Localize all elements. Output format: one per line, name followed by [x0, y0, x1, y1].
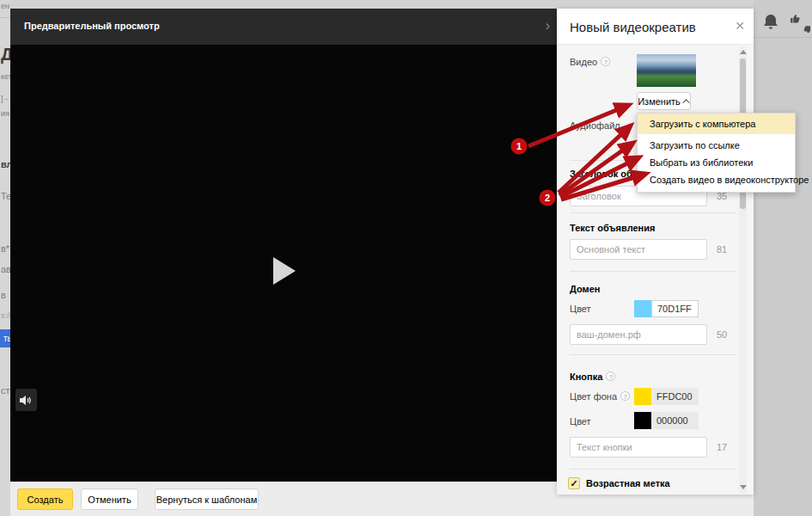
- domain-counter: 50: [717, 329, 727, 340]
- panel-title: Новый видеокреатив: [570, 20, 696, 34]
- speaker-icon: [20, 395, 33, 406]
- cancel-button[interactable]: Отменить: [81, 488, 138, 510]
- page-fragment: Д: [1, 45, 10, 64]
- divider: [570, 354, 736, 355]
- page-fragment: ст: [1, 385, 10, 396]
- info-icon[interactable]: ?: [620, 391, 630, 401]
- page-fragment: ен: [1, 2, 9, 10]
- button-text-color-value[interactable]: 000000: [651, 412, 699, 429]
- info-icon[interactable]: ?: [601, 57, 610, 66]
- divider: [754, 37, 812, 38]
- page-fragment: ав: [1, 264, 10, 274]
- preview-header: Предварительный просмотр ›: [10, 9, 557, 45]
- menu-item-upload-by-link[interactable]: Загрузить по ссылке: [638, 137, 795, 154]
- button-text-color-label: Цвет: [570, 416, 591, 427]
- domain-color-swatch[interactable]: [634, 300, 651, 317]
- domain-heading: Домен: [570, 284, 600, 294]
- page-fragment: Те: [1, 191, 10, 201]
- page-fragment: ия,: [1, 109, 10, 118]
- domain-color-label: Цвет: [570, 304, 591, 314]
- button-heading: Кнопка?: [570, 372, 615, 382]
- button-text-input[interactable]: [570, 437, 707, 458]
- audio-file-label: Аудиофайл: [570, 120, 620, 131]
- close-icon[interactable]: ✕: [735, 19, 745, 33]
- menu-item-choose-from-library[interactable]: Выбрать из библиотеки: [638, 154, 795, 171]
- ad-text-heading: Текст объявления: [570, 223, 655, 233]
- button-text-color-swatch[interactable]: [634, 412, 651, 429]
- dimmed-page-left-strip: ен Д кет ] - ия, вл Те в* ав в s:// ть с…: [0, 0, 10, 516]
- divider: [570, 212, 736, 213]
- domain-color-value[interactable]: 70D1FF: [651, 300, 699, 317]
- divider: [0, 17, 10, 18]
- page-fragment: в: [1, 290, 6, 300]
- page-fragment: s://: [1, 311, 10, 320]
- change-video-button[interactable]: Изменить: [637, 92, 691, 110]
- divider: [570, 271, 736, 272]
- button-bg-color-label: Цвет фона?: [570, 391, 630, 402]
- chevron-up-icon: [682, 99, 689, 106]
- preview-title: Предварительный просмотр: [24, 21, 160, 31]
- button-text-counter: 17: [717, 442, 727, 452]
- age-label-row[interactable]: ✓ Возрастная метка: [568, 477, 670, 489]
- menu-item-upload-from-computer[interactable]: Загрузить с компьютера: [638, 114, 795, 134]
- mute-button[interactable]: [15, 389, 37, 411]
- back-to-templates-button[interactable]: Вернуться к шаблонам: [155, 488, 259, 510]
- bell-icon[interactable]: [760, 12, 781, 33]
- domain-input[interactable]: [570, 324, 707, 345]
- page-fragment: ] -: [1, 95, 8, 103]
- panel-header: Новый видеокреатив ✕: [557, 9, 754, 45]
- video-preview[interactable]: [10, 45, 557, 482]
- page-fragment: в*: [1, 243, 9, 254]
- scroll-up-icon[interactable]: [740, 50, 747, 54]
- create-button[interactable]: Создать: [17, 488, 73, 510]
- age-label: Возрастная метка: [586, 478, 670, 488]
- page-fragment: кет: [1, 72, 10, 81]
- page-button-fragment: ть: [0, 329, 10, 347]
- thumbs-rating-icon[interactable]: [788, 12, 809, 33]
- new-video-creative-panel: Новый видеокреатив ✕ Видео? Изменить Ауд…: [557, 9, 754, 494]
- divider: [570, 469, 736, 470]
- button-bg-color-value[interactable]: FFDC00: [651, 388, 699, 405]
- ad-text-input[interactable]: [570, 239, 707, 260]
- menu-item-create-in-constructor[interactable]: Создать видео в видеоконструкторе: [638, 171, 795, 188]
- page-fragment: вл: [1, 159, 10, 169]
- info-icon[interactable]: ?: [606, 372, 615, 381]
- chevron-right-icon[interactable]: ›: [546, 18, 550, 34]
- button-bg-color-swatch[interactable]: [634, 388, 651, 405]
- scroll-down-icon[interactable]: [740, 485, 747, 489]
- video-label: Видео?: [570, 57, 610, 67]
- video-thumbnail[interactable]: [637, 54, 696, 87]
- age-checkbox[interactable]: ✓: [568, 477, 580, 489]
- play-icon[interactable]: [273, 257, 296, 285]
- ad-text-counter: 81: [717, 244, 727, 255]
- dimmed-page-right-area: [754, 0, 812, 516]
- change-video-dropdown-menu: Загрузить с компьютера Загрузить по ссыл…: [637, 113, 796, 193]
